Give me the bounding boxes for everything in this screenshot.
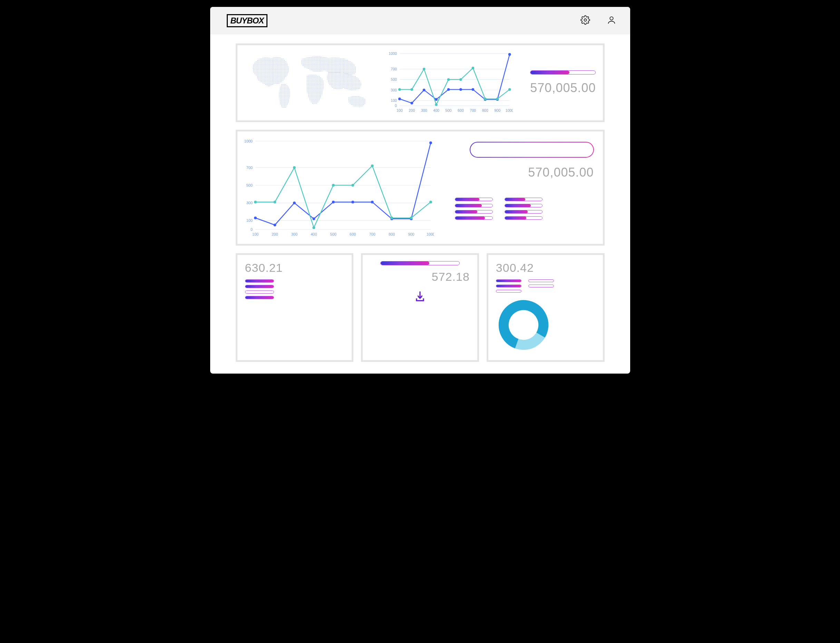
svg-point-78 bbox=[273, 201, 276, 204]
svg-point-82 bbox=[351, 184, 354, 187]
progress-bar bbox=[496, 285, 521, 287]
svg-text:1000: 1000 bbox=[506, 108, 513, 113]
svg-text:800: 800 bbox=[482, 108, 488, 113]
progress-bar bbox=[505, 204, 543, 207]
svg-point-36 bbox=[410, 88, 413, 91]
card2-value: 572.18 bbox=[432, 270, 470, 284]
progress-bar bbox=[496, 279, 521, 282]
svg-point-29 bbox=[447, 88, 450, 91]
progress-bar bbox=[528, 279, 554, 282]
card2-progress bbox=[380, 261, 460, 265]
user-icon[interactable] bbox=[607, 15, 616, 26]
line-chart-small: 0100300500700100010020030040050060070080… bbox=[386, 50, 513, 116]
svg-text:200: 200 bbox=[271, 232, 278, 236]
svg-text:400: 400 bbox=[311, 232, 317, 236]
svg-point-67 bbox=[254, 217, 257, 219]
progress-bar bbox=[505, 210, 543, 214]
svg-point-85 bbox=[410, 217, 412, 219]
svg-point-76 bbox=[429, 142, 432, 144]
svg-point-31 bbox=[471, 88, 474, 91]
svg-text:800: 800 bbox=[388, 232, 394, 236]
svg-point-84 bbox=[390, 217, 393, 219]
svg-text:900: 900 bbox=[494, 108, 500, 113]
progress-bar bbox=[505, 216, 543, 220]
svg-text:300: 300 bbox=[391, 88, 397, 92]
progress-bar bbox=[528, 285, 554, 287]
svg-point-43 bbox=[496, 98, 499, 100]
svg-text:700: 700 bbox=[470, 108, 476, 113]
svg-text:1000: 1000 bbox=[389, 51, 397, 55]
overview-panel: 0100300500700100010020030040050060070080… bbox=[236, 44, 605, 122]
main-chart-sidebar: 570,005.00 bbox=[448, 138, 594, 238]
stat-card-3: 300.42 bbox=[487, 253, 605, 362]
svg-text:100: 100 bbox=[397, 108, 403, 113]
svg-point-41 bbox=[471, 67, 474, 69]
svg-point-69 bbox=[293, 201, 296, 204]
svg-text:300: 300 bbox=[421, 108, 427, 113]
svg-text:100: 100 bbox=[391, 98, 397, 103]
card3-bars-left bbox=[496, 279, 521, 292]
dashboard-content: 0100300500700100010020030040050060070080… bbox=[210, 34, 630, 374]
progress-bar bbox=[245, 290, 274, 294]
svg-point-25 bbox=[398, 98, 401, 100]
stat-card-1: 630.21 bbox=[236, 253, 354, 362]
svg-text:0: 0 bbox=[250, 227, 252, 232]
main-chart-panel: 0100300500700100010020030040050060070080… bbox=[236, 130, 605, 246]
svg-text:300: 300 bbox=[291, 232, 297, 236]
line-chart-large: 0100300500700100010020030040050060070080… bbox=[241, 138, 434, 238]
svg-point-37 bbox=[423, 68, 425, 70]
top-stat-value: 570,005.00 bbox=[530, 81, 596, 95]
svg-text:500: 500 bbox=[446, 108, 452, 113]
svg-point-81 bbox=[332, 184, 334, 187]
svg-point-0 bbox=[584, 19, 586, 21]
svg-point-73 bbox=[371, 201, 373, 204]
top-stat-block: 570,005.00 bbox=[523, 70, 596, 95]
card1-value: 630.21 bbox=[245, 261, 345, 274]
svg-point-44 bbox=[508, 88, 511, 91]
svg-text:500: 500 bbox=[330, 232, 336, 236]
svg-text:700: 700 bbox=[391, 67, 397, 71]
svg-point-1 bbox=[610, 17, 613, 20]
dashboard-window: BUYBOX bbox=[210, 7, 630, 374]
mini-bars-left bbox=[455, 197, 493, 220]
svg-point-26 bbox=[410, 102, 413, 104]
search-pill[interactable] bbox=[470, 142, 594, 158]
svg-point-89 bbox=[510, 312, 537, 338]
svg-point-83 bbox=[371, 165, 373, 167]
svg-point-28 bbox=[435, 98, 438, 101]
header-bar: BUYBOX bbox=[210, 7, 630, 34]
svg-point-80 bbox=[312, 226, 315, 229]
svg-text:0: 0 bbox=[395, 103, 397, 108]
progress-bar bbox=[455, 216, 493, 220]
svg-point-70 bbox=[312, 217, 315, 220]
mid-stat-value: 570,005.00 bbox=[528, 165, 593, 180]
svg-point-77 bbox=[254, 201, 257, 204]
world-map bbox=[248, 51, 375, 115]
svg-point-42 bbox=[484, 98, 487, 100]
card1-bars bbox=[245, 279, 345, 299]
svg-text:1000: 1000 bbox=[244, 139, 252, 143]
svg-text:100: 100 bbox=[246, 219, 252, 222]
stat-card-2: 572.18 bbox=[361, 253, 479, 362]
svg-point-30 bbox=[459, 88, 462, 91]
stats-row: 630.21 572.18 300.42 bbox=[236, 253, 605, 362]
top-progress-bar bbox=[530, 70, 596, 75]
svg-text:600: 600 bbox=[350, 232, 356, 236]
progress-bar bbox=[245, 279, 274, 282]
progress-bar bbox=[245, 285, 274, 288]
svg-point-27 bbox=[423, 89, 425, 91]
svg-point-72 bbox=[351, 201, 354, 204]
svg-point-38 bbox=[435, 103, 438, 106]
svg-point-86 bbox=[429, 201, 432, 204]
download-icon[interactable] bbox=[413, 290, 427, 304]
progress-bar bbox=[505, 197, 543, 201]
svg-text:300: 300 bbox=[246, 201, 252, 205]
svg-text:1000: 1000 bbox=[426, 232, 434, 236]
svg-point-35 bbox=[398, 88, 401, 91]
donut-chart bbox=[496, 297, 551, 353]
brand-logo: BUYBOX bbox=[227, 14, 268, 27]
gear-icon[interactable] bbox=[580, 15, 590, 26]
svg-text:500: 500 bbox=[391, 77, 397, 82]
svg-text:200: 200 bbox=[409, 108, 415, 113]
svg-point-71 bbox=[332, 201, 334, 204]
